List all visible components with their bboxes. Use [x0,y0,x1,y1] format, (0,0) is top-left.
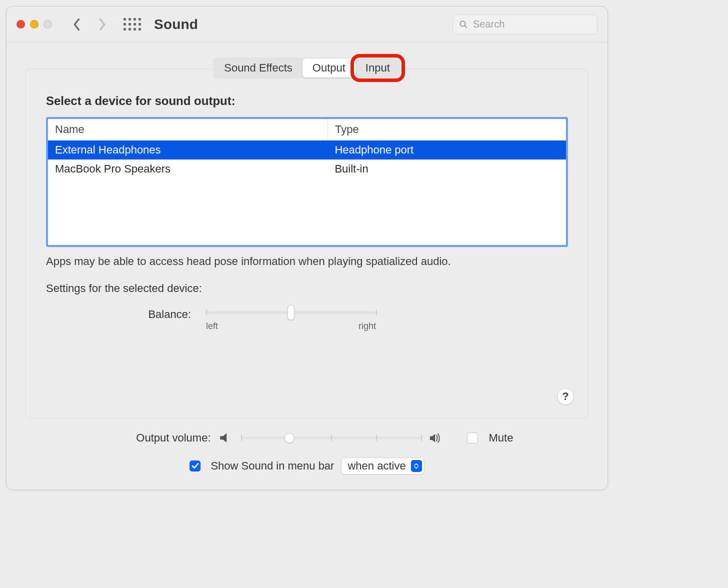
tab-output[interactable]: Output [302,58,356,78]
zoom-window-button[interactable] [44,20,52,28]
device-name: External Headphones [48,140,328,160]
tab-input[interactable]: Input [356,58,400,78]
balance-label: Balance: [131,307,191,321]
updown-icon [411,460,422,472]
window-controls [16,20,52,28]
balance-slider[interactable] [206,307,376,318]
search-input[interactable] [473,18,591,30]
pane-title: Sound [154,16,198,32]
output-volume-slider[interactable] [241,432,421,444]
balance-right-label: right [358,321,376,332]
column-name-header[interactable]: Name [48,119,328,140]
show-in-menubar-label: Show Sound in menu bar [210,460,334,472]
output-settings-box: Select a device for sound output: Name T… [26,68,588,418]
privacy-note: Apps may be able to access head pose inf… [46,255,568,268]
chevron-right-icon [96,18,108,32]
volume-high-icon [429,432,443,444]
column-type-header[interactable]: Type [328,119,566,140]
menubar-when-popup[interactable]: when active [341,458,424,474]
bottom-controls: Output volume: Mute [26,418,588,480]
device-type: Built-in [328,160,566,178]
back-button[interactable] [67,14,87,34]
svg-line-1 [464,26,466,28]
search-icon [459,20,468,30]
mute-checkbox[interactable] [467,432,478,444]
grid-icon [124,18,141,30]
svg-point-0 [460,21,465,26]
toolbar: Sound [6,6,608,42]
device-row[interactable]: External Headphones Headphone port [48,140,566,160]
chevron-left-icon [72,18,82,32]
show-in-menubar-checkbox[interactable] [190,460,200,472]
content-area: Sound Effects Output Input Select a devi… [6,42,608,490]
volume-low-icon [219,432,233,444]
tab-sound-effects[interactable]: Sound Effects [214,58,302,78]
minimize-window-button[interactable] [30,20,38,28]
check-icon [192,462,199,470]
device-row[interactable]: MacBook Pro Speakers Built-in [48,160,566,178]
tab-group: Sound Effects Output Input [213,58,401,78]
search-field[interactable] [452,14,598,34]
show-all-button[interactable] [122,14,142,34]
sound-prefs-window: Sound Sound Effects Output Input Select … [6,6,608,490]
help-button[interactable]: ? [557,388,574,405]
output-volume-label: Output volume: [101,432,211,444]
device-table[interactable]: Name Type External Headphones Headphone … [46,117,568,247]
close-window-button[interactable] [16,20,25,28]
balance-left-label: left [206,321,218,332]
select-device-heading: Select a device for sound output: [46,94,568,108]
device-name: MacBook Pro Speakers [48,160,328,178]
mute-label: Mute [489,432,514,444]
device-settings-heading: Settings for the selected device: [46,282,568,295]
popup-value: when active [348,460,406,472]
forward-button[interactable] [92,14,112,34]
device-type: Headphone port [328,140,566,160]
